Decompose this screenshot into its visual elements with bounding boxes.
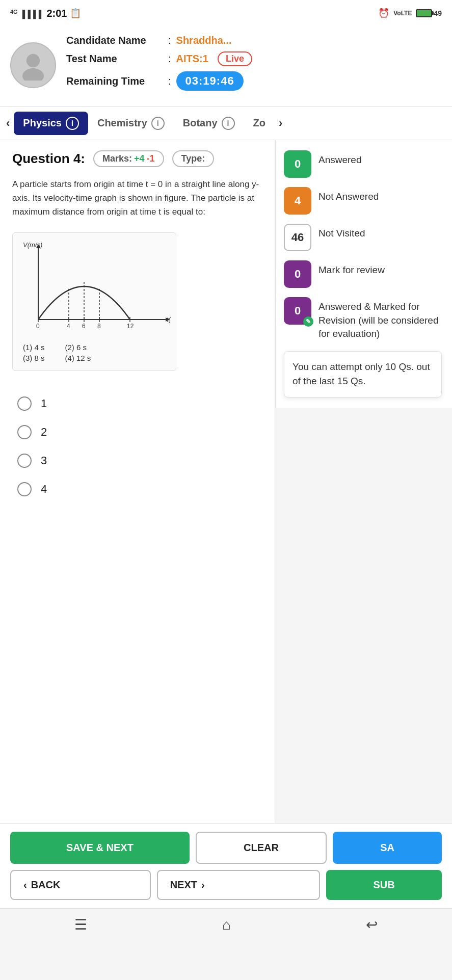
- colon3: :: [168, 75, 171, 87]
- status-left: 4G ▐▐▐▐ 2:01 📋: [10, 8, 81, 19]
- tooltip-box: You can attempt only 10 Qs. out of the l…: [284, 351, 442, 398]
- not-visited-badge: 46: [284, 224, 311, 251]
- header: Candidate Name : Shraddha... Test Name :…: [0, 27, 452, 107]
- option-1-radio[interactable]: [17, 396, 32, 411]
- marks-negative: -1: [147, 153, 155, 164]
- status-mark-review: 0 Mark for review: [284, 260, 444, 288]
- option-3-label: 3: [41, 454, 47, 467]
- time-display: 2:01: [46, 8, 67, 19]
- type-badge: Type:: [172, 150, 215, 167]
- option-3[interactable]: 3: [12, 446, 262, 475]
- mark-review-label: Mark for review: [318, 260, 385, 277]
- battery-icon: [416, 9, 432, 17]
- back-chevron-icon: ‹: [23, 879, 27, 891]
- question-body: A particle starts from origin at time t …: [12, 177, 262, 219]
- tab-physics[interactable]: Physics i: [14, 112, 88, 135]
- option-1[interactable]: 1: [12, 389, 262, 418]
- type-label: Type:: [181, 153, 205, 164]
- save-next-button[interactable]: SAVE & NEXT: [10, 832, 190, 864]
- live-badge: Live: [218, 51, 252, 66]
- next-chevron-icon: ›: [201, 879, 205, 891]
- subject-tabs: ‹ Physics i Chemistry i Botany i Zo ›: [0, 107, 452, 140]
- option-4-label: 4: [41, 483, 47, 496]
- tab-zoology[interactable]: Zo: [244, 112, 275, 134]
- option-4[interactable]: 4: [12, 475, 262, 504]
- not-visited-count: 46: [291, 231, 304, 244]
- velocity-time-graph: V(m/s) t(s) 0 4 6 8 12: [18, 238, 171, 340]
- status-answered: 0 Answered: [284, 150, 444, 178]
- graph-opt3: (3) 8 s: [23, 354, 45, 362]
- submit-button[interactable]: SUB: [326, 870, 442, 900]
- action-row-1: SAVE & NEXT CLEAR SA: [10, 832, 442, 864]
- mark-review-badge: 0: [284, 260, 311, 288]
- graph-opt1: (1) 4 s: [23, 343, 45, 352]
- signal-icon: 4G ▐▐▐▐: [10, 9, 41, 18]
- tab-physics-label: Physics: [23, 117, 62, 129]
- tab-zoology-label: Zo: [253, 117, 265, 129]
- svg-text:12: 12: [127, 323, 134, 330]
- not-visited-label: Not Visited: [318, 224, 365, 241]
- svg-text:6: 6: [82, 323, 86, 330]
- svg-text:8: 8: [97, 323, 101, 330]
- test-value: AITS:1: [176, 53, 208, 65]
- battery-display: 49: [416, 9, 442, 17]
- option-4-radio[interactable]: [17, 482, 32, 496]
- time-label: Remaining Time: [66, 75, 168, 87]
- status-bar: 4G ▐▐▐▐ 2:01 📋 ⏰ VoLTE 49: [0, 0, 452, 27]
- tab-left-arrow[interactable]: ‹: [2, 117, 14, 130]
- clear-button[interactable]: CLEAR: [196, 832, 327, 864]
- tooltip-text: You can attempt only 10 Qs. out of the l…: [293, 361, 430, 387]
- marks-label: Marks:: [102, 153, 132, 164]
- nav-menu-icon[interactable]: ☰: [74, 916, 87, 933]
- answered-label: Answered: [318, 150, 362, 167]
- candidate-value: Shraddha...: [176, 35, 232, 46]
- answered-marked-count: 0: [295, 304, 301, 317]
- back-button[interactable]: ‹ BACK: [10, 870, 151, 900]
- option-2[interactable]: 2: [12, 418, 262, 446]
- option-3-radio[interactable]: [17, 454, 32, 468]
- tab-chemistry-label: Chemistry: [97, 117, 147, 129]
- tab-botany-label: Botany: [183, 117, 218, 129]
- status-answered-marked: 0 ✎ Answered & Marked for Revision (will…: [284, 297, 444, 341]
- nav-home-icon[interactable]: ⌂: [222, 917, 231, 933]
- graph-container: V(m/s) t(s) 0 4 6 8 12: [12, 232, 176, 371]
- status-not-answered: 4 Not Answered: [284, 187, 444, 215]
- alarm-icon: ⏰: [378, 8, 389, 19]
- option-2-radio[interactable]: [17, 425, 32, 439]
- not-answered-count: 4: [295, 194, 301, 207]
- next-button[interactable]: NEXT ›: [157, 870, 320, 900]
- tab-chemistry[interactable]: Chemistry i: [88, 112, 174, 135]
- test-row: Test Name : AITS:1 Live: [66, 51, 442, 66]
- not-answered-label: Not Answered: [318, 187, 379, 204]
- avatar-icon: [18, 50, 48, 81]
- notification-icon: 📋: [70, 8, 81, 19]
- graph-opt2: (2) 6 s: [65, 343, 87, 352]
- status-panel: 0 Answered 4 Not Answered 46 Not Visited…: [275, 140, 452, 408]
- chemistry-info-icon[interactable]: i: [151, 117, 165, 130]
- answered-count: 0: [295, 157, 301, 171]
- avatar: [10, 42, 56, 88]
- nav-back-icon[interactable]: ↩: [366, 916, 378, 933]
- test-label: Test Name: [66, 53, 168, 65]
- svg-text:4: 4: [67, 323, 70, 330]
- physics-info-icon[interactable]: i: [66, 117, 79, 130]
- tab-right-arrow[interactable]: ›: [275, 117, 286, 130]
- svg-text:0: 0: [36, 323, 40, 330]
- tab-botany[interactable]: Botany i: [174, 112, 244, 135]
- save-button[interactable]: SA: [333, 832, 442, 864]
- svg-point-1: [22, 68, 44, 81]
- not-answered-badge: 4: [284, 187, 311, 215]
- colon1: :: [168, 35, 171, 46]
- botany-info-icon[interactable]: i: [222, 117, 235, 130]
- header-info: Candidate Name : Shraddha... Test Name :…: [66, 35, 442, 96]
- next-label: NEXT: [170, 879, 197, 891]
- edit-indicator-icon: ✎: [303, 316, 313, 327]
- question-panel: Question 4: Marks: +4 -1 Type: A particl…: [0, 140, 275, 823]
- timer-value: 03:19:46: [176, 71, 244, 91]
- status-right: ⏰ VoLTE 49: [378, 8, 442, 19]
- back-label: BACK: [31, 879, 61, 891]
- options-list: 1 2 3 4: [12, 389, 262, 504]
- marks-badge: Marks: +4 -1: [93, 150, 164, 167]
- svg-text:V(m/s): V(m/s): [23, 241, 42, 249]
- candidate-label: Candidate Name: [66, 35, 168, 46]
